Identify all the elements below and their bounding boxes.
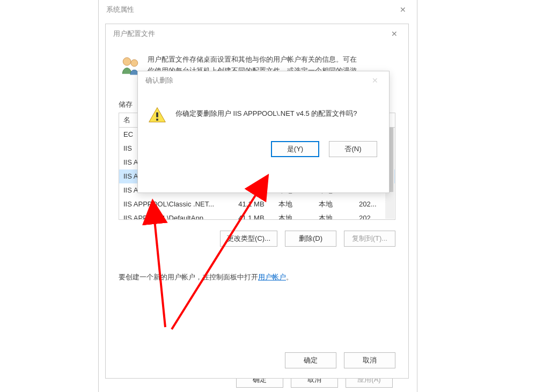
userprof-ok-button[interactable]: 确定 bbox=[285, 352, 336, 368]
close-icon[interactable]: ✕ bbox=[397, 5, 409, 14]
svg-rect-2 bbox=[156, 113, 158, 117]
svg-rect-3 bbox=[156, 119, 158, 121]
svg-point-0 bbox=[123, 57, 131, 65]
sysprop-title: 系统属性 bbox=[106, 5, 134, 14]
userprof-title: 用户配置文件 bbox=[113, 29, 155, 39]
userprof-cancel-button[interactable]: 取消 bbox=[344, 352, 395, 368]
confirm-titlebar[interactable]: 确认删除 ✕ bbox=[138, 71, 389, 90]
confirm-message: 你确定要删除用户 IIS APPPOOL\.NET v4.5 的配置文件吗? bbox=[175, 106, 379, 119]
sysprop-titlebar[interactable]: 系统属性 ✕ bbox=[99, 0, 417, 19]
profile-actions-row: 更改类型(C)... 删除(D) 复制到(T)... bbox=[119, 231, 395, 247]
userprof-titlebar[interactable]: 用户配置文件 ✕ bbox=[106, 24, 408, 43]
warning-icon bbox=[148, 106, 167, 125]
change-type-button[interactable]: 更改类型(C)... bbox=[220, 231, 277, 247]
table-row[interactable]: IIS APPPOOL\DefaultApp...41.1 MB本地本地202.… bbox=[119, 211, 395, 220]
close-icon[interactable]: ✕ bbox=[388, 29, 401, 38]
delete-button[interactable]: 删除(D) bbox=[285, 231, 336, 247]
create-user-line: 要创建一个新的用户帐户，在控制面板中打开用户帐户。 bbox=[119, 272, 395, 282]
svg-point-1 bbox=[131, 60, 138, 66]
copy-to-button: 复制到(T)... bbox=[344, 231, 395, 247]
table-row[interactable]: IIS APPPOOL\Classic .NET...41.1 MB本地本地20… bbox=[119, 197, 395, 211]
close-icon[interactable]: ✕ bbox=[369, 76, 381, 85]
confirm-delete-dialog: 确认删除 ✕ 你确定要删除用户 IIS APPPOOL\.NET v4.5 的配… bbox=[137, 71, 390, 193]
user-accounts-link[interactable]: 用户帐户 bbox=[258, 273, 286, 281]
userprof-okrow: 确定 取消 bbox=[285, 352, 395, 368]
yes-button[interactable]: 是(Y) bbox=[271, 141, 319, 157]
confirm-title: 确认删除 bbox=[145, 76, 173, 85]
no-button[interactable]: 否(N) bbox=[329, 141, 377, 157]
